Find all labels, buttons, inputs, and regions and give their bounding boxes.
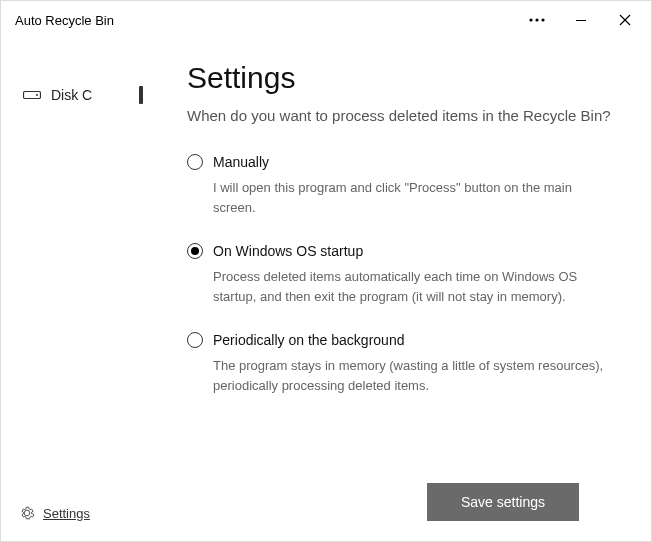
sidebar-item-label: Disk C [51, 87, 92, 103]
footer: Save settings [187, 483, 615, 541]
minimize-icon [575, 14, 587, 26]
titlebar-controls [515, 5, 647, 35]
sidebar-spacer [1, 113, 151, 493]
option-manually-row[interactable]: Manually [187, 154, 615, 170]
option-startup-desc: Process deleted items automatically each… [213, 267, 615, 306]
sidebar-item-indicator [139, 86, 143, 104]
minimize-button[interactable] [559, 5, 603, 35]
sidebar: Disk C Settings [1, 39, 151, 541]
more-button[interactable] [515, 5, 559, 35]
close-icon [619, 14, 631, 26]
option-manually-label: Manually [213, 154, 269, 170]
option-periodic-desc: The program stays in memory (wasting a l… [213, 356, 615, 395]
radio-manually[interactable] [187, 154, 203, 170]
page-subtitle: When do you want to process deleted item… [187, 105, 615, 126]
disk-icon [23, 89, 41, 101]
svg-rect-3 [576, 20, 586, 21]
option-startup-row[interactable]: On Windows OS startup [187, 243, 615, 259]
radio-startup[interactable] [187, 243, 203, 259]
window-title: Auto Recycle Bin [15, 13, 515, 28]
option-manually: Manually I will open this program and cl… [187, 154, 615, 217]
option-periodic-row[interactable]: Periodically on the background [187, 332, 615, 348]
svg-point-1 [535, 18, 538, 21]
svg-point-2 [541, 18, 544, 21]
main: Settings When do you want to process del… [151, 39, 651, 541]
option-startup-label: On Windows OS startup [213, 243, 363, 259]
window: Auto Recycle Bin [0, 0, 652, 542]
gear-icon [19, 505, 35, 521]
more-icon [529, 18, 545, 22]
close-button[interactable] [603, 5, 647, 35]
option-manually-desc: I will open this program and click "Proc… [213, 178, 615, 217]
sidebar-settings-link[interactable]: Settings [1, 493, 151, 533]
svg-point-5 [36, 94, 38, 96]
option-periodic-label: Periodically on the background [213, 332, 404, 348]
page-title: Settings [187, 61, 615, 95]
body: Disk C Settings Settings When do you wan… [1, 39, 651, 541]
save-button[interactable]: Save settings [427, 483, 579, 521]
svg-point-0 [529, 18, 532, 21]
sidebar-item-disk-c[interactable]: Disk C [1, 77, 151, 113]
option-periodic: Periodically on the background The progr… [187, 332, 615, 395]
radio-periodic[interactable] [187, 332, 203, 348]
titlebar: Auto Recycle Bin [1, 1, 651, 39]
option-startup: On Windows OS startup Process deleted it… [187, 243, 615, 306]
sidebar-settings-label: Settings [43, 506, 90, 521]
